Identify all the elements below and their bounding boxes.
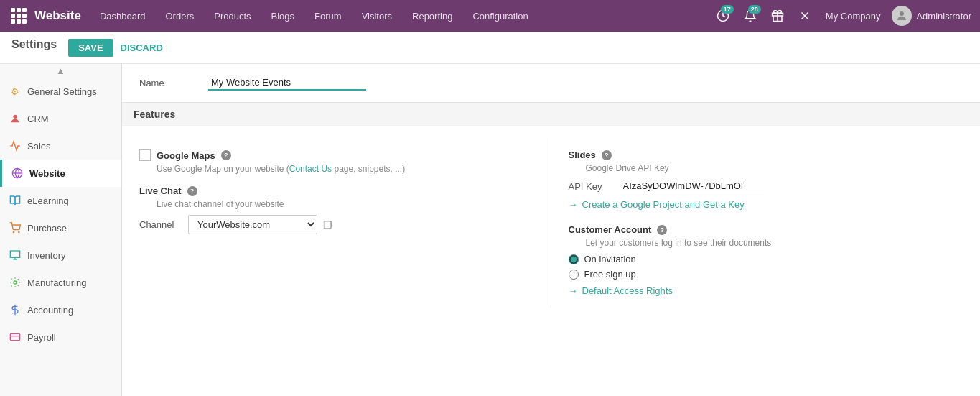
- navbar-right: 17 28 My Company Administrator: [711, 4, 974, 28]
- settings-form: Name Features Google Maps ? Use Google M…: [122, 64, 980, 319]
- sidebar-item-label: Website: [29, 168, 65, 179]
- gear-icon: ⚙: [9, 85, 22, 98]
- save-button[interactable]: SAVE: [68, 39, 113, 57]
- sidebar-scroll-up[interactable]: ▲: [0, 64, 121, 78]
- google-maps-title-row: Google Maps ?: [139, 149, 539, 161]
- accounting-icon: [9, 303, 22, 316]
- sidebar-item-accounting[interactable]: Accounting: [0, 296, 121, 323]
- main-layout: ▲ ⚙ General Settings CRM Sales Website: [0, 64, 980, 396]
- live-chat-title-row: Live Chat ?: [139, 185, 539, 196]
- name-input[interactable]: [208, 75, 366, 91]
- svg-rect-18: [10, 333, 19, 340]
- clock-badge: 17: [721, 5, 734, 14]
- avatar: [892, 6, 912, 26]
- channel-row: Channel YourWebsite.com ❐: [139, 215, 539, 234]
- nav-item-orders[interactable]: Orders: [155, 0, 204, 32]
- sidebar-item-manufacturing[interactable]: Manufacturing: [0, 269, 121, 296]
- sidebar-item-label: Accounting: [27, 305, 73, 316]
- company-selector[interactable]: My Company: [820, 11, 887, 22]
- google-maps-desc: Use Google Map on your website (Contact …: [157, 164, 539, 174]
- create-google-project-link[interactable]: Create a Google Project and Get a Key: [569, 199, 952, 210]
- on-invitation-row: On invitation: [569, 254, 952, 264]
- navbar: Website Dashboard Orders Products Blogs …: [0, 0, 980, 32]
- sidebar-item-label: Sales: [27, 141, 51, 152]
- customer-account-desc: Let your customers log in to see their d…: [586, 238, 952, 248]
- sidebar-item-elearning[interactable]: eLearning: [0, 187, 121, 214]
- google-maps-title: Google Maps: [157, 150, 215, 161]
- google-maps-desc-prefix: Use Google Map on your website (: [157, 164, 289, 174]
- google-maps-cell: Google Maps ? Use Google Map on your web…: [139, 138, 551, 308]
- name-label: Name: [139, 78, 197, 88]
- svg-point-12: [19, 231, 19, 232]
- website-icon: [11, 167, 24, 180]
- settings-title: Settings: [11, 38, 57, 51]
- slides-section: Slides ? Google Drive API Key API Key Cr…: [569, 149, 952, 210]
- live-chat-title: Live Chat: [139, 185, 182, 196]
- api-key-label: API Key: [569, 181, 612, 192]
- slides-info-icon[interactable]: ?: [602, 150, 612, 160]
- sidebar-item-crm[interactable]: CRM: [0, 105, 121, 132]
- settings-top-bar: Settings SAVE DISCARD: [0, 32, 980, 64]
- payroll-icon: [9, 331, 22, 344]
- slides-desc: Google Drive API Key: [586, 163, 952, 173]
- channel-label: Channel: [139, 219, 182, 230]
- close-icon-btn[interactable]: [793, 4, 817, 28]
- name-field-row: Name: [139, 75, 963, 91]
- channel-select[interactable]: YourWebsite.com: [188, 215, 317, 234]
- user-menu[interactable]: Administrator: [889, 6, 974, 26]
- free-signup-row: Free sign up: [569, 269, 952, 280]
- sidebar-item-purchase[interactable]: Purchase: [0, 214, 121, 241]
- on-invitation-label: On invitation: [584, 254, 636, 264]
- nav-item-visitors[interactable]: Visitors: [352, 0, 402, 32]
- svg-point-11: [13, 231, 14, 232]
- google-maps-info-icon[interactable]: ?: [221, 150, 231, 160]
- google-maps-desc-suffix: page, snippets, ...): [332, 164, 405, 174]
- api-key-input[interactable]: [620, 179, 764, 193]
- customer-account-info-icon[interactable]: ?: [657, 225, 667, 235]
- on-invitation-radio[interactable]: [569, 254, 579, 264]
- sidebar-item-website[interactable]: Website: [0, 160, 121, 187]
- app-brand: Website: [32, 9, 90, 23]
- sidebar-item-label: Payroll: [27, 332, 56, 343]
- sidebar-item-payroll[interactable]: Payroll: [0, 323, 121, 351]
- svg-point-16: [14, 281, 17, 284]
- live-chat-info-icon[interactable]: ?: [187, 186, 197, 196]
- svg-rect-13: [10, 251, 19, 257]
- google-maps-checkbox[interactable]: [139, 149, 151, 161]
- nav-item-configuration[interactable]: Configuration: [462, 0, 538, 32]
- sidebar-item-general-settings[interactable]: ⚙ General Settings: [0, 78, 121, 105]
- sidebar-item-label: General Settings: [27, 86, 97, 97]
- purchase-icon: [9, 221, 22, 234]
- nav-item-forum[interactable]: Forum: [304, 0, 352, 32]
- clock-icon-btn[interactable]: 17: [711, 4, 735, 28]
- bell-icon-btn[interactable]: 28: [738, 4, 762, 28]
- slides-title: Slides: [569, 149, 596, 160]
- sidebar-item-label: CRM: [27, 114, 49, 124]
- user-name: Administrator: [916, 11, 971, 22]
- free-signup-radio[interactable]: [569, 270, 579, 280]
- contact-us-link[interactable]: Contact Us: [289, 164, 332, 174]
- app-menu-icon[interactable]: [6, 0, 32, 32]
- customer-account-title: Customer Account: [569, 224, 652, 235]
- customer-account-section: Customer Account ? Let your customers lo…: [569, 224, 952, 296]
- bell-badge: 28: [748, 5, 761, 14]
- gift-icon-btn[interactable]: [765, 4, 790, 28]
- customer-account-title-row: Customer Account ?: [569, 224, 952, 235]
- sidebar-item-sales[interactable]: Sales: [0, 132, 121, 160]
- default-access-rights-link[interactable]: Default Access Rights: [569, 285, 952, 296]
- company-name: My Company: [826, 11, 881, 22]
- features-grid: Google Maps ? Use Google Map on your web…: [139, 138, 963, 308]
- nav-item-reporting[interactable]: Reporting: [402, 0, 462, 32]
- sidebar-item-inventory[interactable]: Inventory: [0, 241, 121, 269]
- svg-point-8: [13, 115, 17, 119]
- inventory-icon: [9, 249, 22, 262]
- nav-item-dashboard[interactable]: Dashboard: [90, 0, 156, 32]
- external-link-icon[interactable]: ❐: [323, 219, 332, 231]
- nav-item-products[interactable]: Products: [204, 0, 261, 32]
- slides-cell: Slides ? Google Drive API Key API Key Cr…: [551, 138, 963, 308]
- sidebar-item-label: Manufacturing: [27, 277, 86, 288]
- discard-button[interactable]: DISCARD: [113, 39, 170, 57]
- nav-item-blogs[interactable]: Blogs: [261, 0, 305, 32]
- main-content: Name Features Google Maps ? Use Google M…: [122, 64, 980, 396]
- sidebar-item-label: eLearning: [27, 195, 69, 206]
